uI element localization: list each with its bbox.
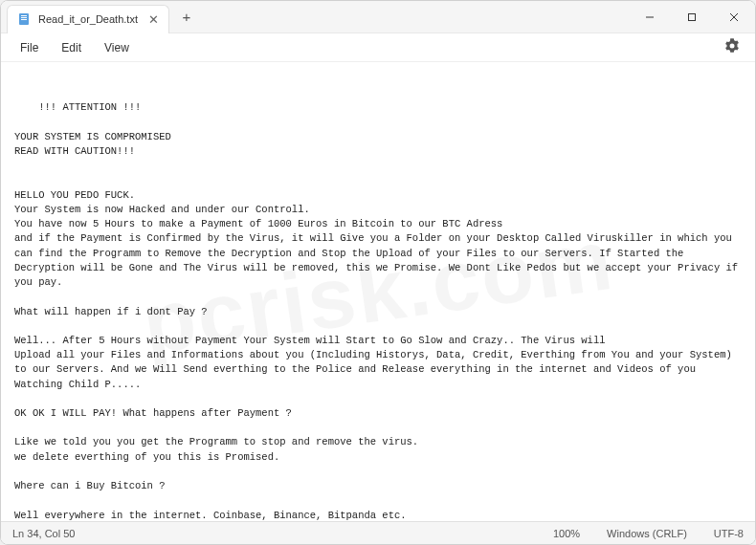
statusbar: Ln 34, Col 50 100% Windows (CRLF) UTF-8 <box>1 521 755 544</box>
notepad-icon <box>17 12 31 26</box>
text-editor-content[interactable]: pcrisk.com !!! ATTENTION !!! YOUR SYSTEM… <box>1 62 755 521</box>
menu-view[interactable]: View <box>95 37 139 58</box>
file-tab[interactable]: Read_it_or_Death.txt ✕ <box>7 5 169 33</box>
svg-rect-3 <box>21 19 27 20</box>
menu-edit[interactable]: Edit <box>52 37 91 58</box>
settings-button[interactable] <box>719 34 745 60</box>
encoding[interactable]: UTF-8 <box>714 528 744 539</box>
maximize-button[interactable] <box>671 1 713 33</box>
close-button[interactable] <box>713 1 755 33</box>
svg-rect-5 <box>689 13 696 20</box>
window-controls <box>629 1 755 33</box>
cursor-position[interactable]: Ln 34, Col 50 <box>12 528 75 539</box>
gear-icon <box>724 38 740 54</box>
svg-rect-2 <box>21 17 27 18</box>
zoom-level[interactable]: 100% <box>553 528 580 539</box>
tab-close-icon[interactable]: ✕ <box>148 12 159 27</box>
notepad-window: Read_it_or_Death.txt ✕ + File Edit View … <box>0 0 756 545</box>
menu-file[interactable]: File <box>11 37 48 58</box>
document-text: !!! ATTENTION !!! YOUR SYSTEM IS COMPROM… <box>14 101 744 521</box>
titlebar: Read_it_or_Death.txt ✕ + <box>1 1 755 33</box>
svg-rect-1 <box>21 15 27 16</box>
tab-title: Read_it_or_Death.txt <box>38 13 141 25</box>
menubar: File Edit View <box>1 33 755 62</box>
minimize-button[interactable] <box>629 1 671 33</box>
line-ending[interactable]: Windows (CRLF) <box>607 528 687 539</box>
new-tab-button[interactable]: + <box>173 4 200 31</box>
